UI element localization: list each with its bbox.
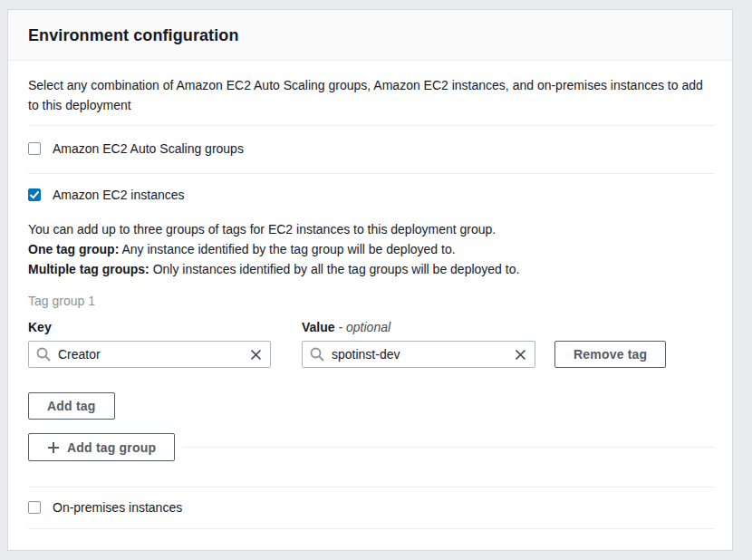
tag-help-line3-bold: Multiple tag groups: <box>28 262 149 276</box>
tag-group-title: Tag group 1 <box>28 294 714 308</box>
remove-tag-button[interactable]: Remove tag <box>554 341 666 368</box>
close-icon <box>514 348 527 362</box>
key-label: Key <box>28 320 271 334</box>
checkbox-row-on-premises: On-premises instances <box>28 488 714 528</box>
value-label-text: Value <box>302 320 335 334</box>
checkmark-icon <box>30 191 39 199</box>
auto-scaling-groups-label: Amazon EC2 Auto Scaling groups <box>53 141 244 156</box>
remove-tag-column: Remove tag <box>554 341 666 368</box>
add-tag-group-row: Add tag group <box>28 433 714 461</box>
divider <box>28 528 714 529</box>
ec2-instances-checkbox[interactable] <box>28 188 41 201</box>
on-premises-label: On-premises instances <box>53 500 182 515</box>
tag-help-line2-bold: One tag group: <box>28 242 119 256</box>
plus-icon <box>47 441 60 454</box>
tag-help-line1: You can add up to three groups of tags f… <box>28 222 496 237</box>
add-tag-group-label: Add tag group <box>67 440 156 455</box>
value-input[interactable] <box>302 341 535 368</box>
tag-help-line2-rest: Any instance identified by the tag group… <box>119 242 455 256</box>
divider <box>183 447 714 448</box>
checkbox-row-auto-scaling-groups: Amazon EC2 Auto Scaling groups <box>28 126 714 173</box>
panel-body: Select any combination of Amazon EC2 Aut… <box>8 61 732 529</box>
value-label: Value - optional <box>302 320 535 334</box>
add-tag-group-button[interactable]: Add tag group <box>28 433 175 461</box>
close-icon <box>249 348 263 362</box>
panel-header: Environment configuration <box>8 10 732 61</box>
value-optional-suffix: - optional <box>338 320 390 334</box>
panel-description: Select any combination of Amazon EC2 Aut… <box>28 75 712 115</box>
value-clear-button[interactable] <box>511 345 530 364</box>
key-search-box <box>28 341 271 368</box>
add-tag-button[interactable]: Add tag <box>28 392 115 420</box>
key-clear-button[interactable] <box>246 345 265 364</box>
tag-form-row: Key Value - optional <box>28 320 714 368</box>
auto-scaling-groups-checkbox[interactable] <box>28 142 41 155</box>
checkbox-row-ec2-instances: Amazon EC2 instances <box>28 174 714 202</box>
panel-title: Environment configuration <box>28 26 712 45</box>
value-column: Value - optional <box>302 320 535 368</box>
key-input[interactable] <box>28 341 271 368</box>
on-premises-checkbox[interactable] <box>28 501 41 514</box>
value-search-box <box>302 341 535 368</box>
ec2-instances-label: Amazon EC2 instances <box>53 188 185 202</box>
tag-help-text: You can add up to three groups of tags f… <box>28 219 714 279</box>
tag-help-line3-rest: Only instances identified by all the tag… <box>149 262 520 276</box>
environment-configuration-panel: Environment configuration Select any com… <box>7 9 733 551</box>
key-column: Key <box>28 320 271 368</box>
